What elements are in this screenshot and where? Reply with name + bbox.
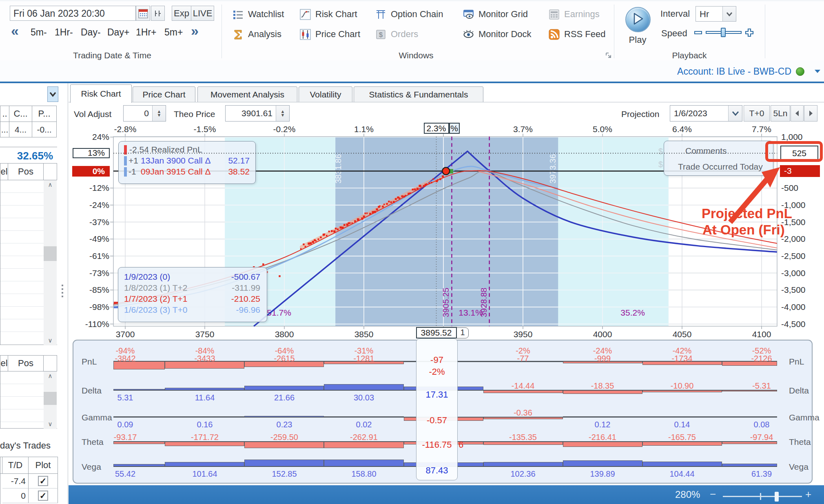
windows-item-earnings: Earnings: [549, 8, 600, 20]
table-row: [0, 281, 44, 281]
tooltip-row: 1/8/2023 (1) T+2-311.99: [124, 283, 261, 294]
tab-risk-chart[interactable]: Risk Chart: [70, 84, 132, 103]
trades-plot-cell: ✓: [29, 489, 58, 503]
quote-col-header: C...: [9, 106, 32, 122]
comments-box: $$CommentsTrade Occurred Today: [664, 141, 773, 176]
nav-5m-plus[interactable]: 5m+: [164, 26, 183, 38]
tooltip-value: -210.25: [231, 294, 260, 304]
account-label[interactable]: Account: IB Live - BWB-CD: [677, 66, 791, 77]
splitter-grip-icon[interactable]: [61, 285, 64, 298]
legend-chip: [124, 156, 127, 166]
table-row: [0, 332, 44, 332]
svg-text:$: $: [379, 31, 383, 39]
monitor-grid-icon: [463, 9, 474, 20]
todays-trades-table: T/DPlot-7.4✓0✓: [0, 457, 58, 504]
trades-td-value: -7.4: [2, 474, 29, 489]
account-dropdown-icon[interactable]: [814, 69, 821, 73]
chevron-down-icon: [723, 7, 736, 21]
windows-item-monitor-grid[interactable]: Monitor Grid: [463, 8, 528, 20]
pos-col-header: el: [0, 164, 8, 180]
interval-select[interactable]: Hr: [696, 6, 736, 22]
legend-row: -2.54 Realized PnL: [123, 145, 252, 155]
windows-item-price-chart[interactable]: Price Chart: [300, 28, 360, 40]
watchlist-icon: [233, 9, 244, 20]
legend-name: 13Jan 3900 Call Δ: [141, 156, 211, 166]
plot-checkbox[interactable]: ✓: [38, 476, 48, 486]
dialog-launcher-icon[interactable]: [605, 51, 612, 58]
nav-1hr-plus[interactable]: 1Hr+: [136, 26, 157, 38]
account-bar: Account: IB Live - BWB-CD: [0, 60, 824, 80]
comments-title: Comments: [685, 146, 727, 156]
scrollbar-thumb[interactable]: [44, 246, 57, 261]
table-row: [0, 409, 44, 409]
windows-item-analysis[interactable]: Analysis: [233, 28, 281, 40]
legend-name: 09Jan 3915 Call Δ: [141, 167, 211, 177]
nav-day-plus[interactable]: Day+: [107, 26, 129, 38]
quote-cell: 4...: [9, 122, 32, 137]
dollar-icon: $: [658, 147, 663, 156]
grip-dot: [62, 285, 63, 286]
interval-dropdown-button[interactable]: [722, 7, 736, 21]
table-row: [0, 218, 44, 218]
group-separator: [614, 4, 614, 58]
time-step-button[interactable]: [151, 6, 165, 21]
table-row: [0, 192, 44, 193]
live-button-label: LIVE: [193, 8, 213, 19]
scroll-up-icon[interactable]: ∧: [44, 181, 57, 188]
scroll-up-icon[interactable]: ∧: [44, 373, 57, 379]
rss-icon: [549, 29, 560, 40]
rewind-icon[interactable]: «: [11, 24, 19, 37]
plot-checkbox[interactable]: ✓: [38, 491, 48, 501]
windows-item-label: RSS Feed: [564, 29, 606, 40]
trades-col-header-td: T/D: [2, 457, 29, 474]
nav-day-minus[interactable]: Day-: [81, 26, 101, 38]
windows-item-monitor-dock[interactable]: Monitor Dock: [463, 28, 532, 40]
windows-item-watchlist[interactable]: Watchlist: [233, 8, 284, 20]
speed-decrease-icon[interactable]: [694, 31, 702, 34]
trading-datetime-field[interactable]: Fri 06 Jan 2023 20:30: [10, 6, 136, 21]
windows-item-label: Earnings: [564, 9, 600, 20]
speed-slider-handle[interactable]: [721, 28, 726, 37]
grip-dot: [62, 296, 63, 297]
windows-item-label: Analysis: [248, 29, 281, 40]
scrollbar-thumb[interactable]: [44, 392, 57, 405]
windows-item-option-chain[interactable]: Option Chain: [375, 8, 443, 20]
nav-1hr-minus[interactable]: 1Hr-: [55, 26, 73, 38]
scroll-down-icon[interactable]: ∨: [44, 337, 57, 343]
windows-item-label: Orders: [391, 29, 418, 40]
scrollbar-track[interactable]: ∧∨: [44, 180, 57, 345]
tooltip-value: -311.99: [232, 283, 260, 293]
windows-item-label: Monitor Grid: [478, 9, 528, 20]
legend-row: +113Jan 3900 Call Δ52.17: [123, 156, 252, 166]
current-price-dot: [442, 168, 450, 175]
table-row: [0, 384, 44, 384]
grip-dot: [62, 292, 63, 294]
scrollbar-track[interactable]: ∧∨: [44, 371, 57, 429]
position-legend: -2.54 Realized PnL+113Jan 3900 Call Δ52.…: [118, 141, 256, 184]
pos-col-header: el: [0, 356, 8, 371]
tooltip-value: -96.96: [236, 305, 260, 315]
option-chain-icon: [375, 9, 386, 20]
sidebar-splitter[interactable]: [68, 83, 68, 504]
speed-increase-icon[interactable]: [745, 28, 754, 37]
live-button[interactable]: LIVE: [191, 6, 214, 21]
nav-5m-minus[interactable]: 5m-: [31, 26, 47, 38]
play-button[interactable]: [625, 7, 651, 32]
legend-row: -109Jan 3915 Call Δ38.52: [123, 167, 252, 177]
calendar-button[interactable]: [136, 6, 150, 21]
probability-label: 35.2%: [620, 308, 645, 317]
projection-tooltip: 1/9/2023 (0)-500.671/8/2023 (1) T+2-311.…: [118, 267, 267, 322]
windows-item-rss-feed[interactable]: RSS Feed: [549, 28, 606, 40]
exp-button[interactable]: Exp: [172, 6, 191, 21]
earnings-icon: [549, 9, 560, 20]
legend-delta-value: 38.52: [228, 167, 250, 177]
table-row: [0, 243, 44, 243]
scroll-down-icon[interactable]: ∨: [44, 421, 57, 427]
main-panel: Risk ChartPrice ChartMovement AnalysisVo…: [69, 83, 824, 504]
fast-forward-icon[interactable]: »: [191, 24, 199, 37]
sidebar-collapse-button[interactable]: [47, 86, 58, 102]
windows-item-risk-chart[interactable]: Risk Chart: [300, 8, 357, 20]
comments-row: Trade Occurred Today: [678, 162, 763, 172]
windows-item-label: Watchlist: [248, 9, 284, 20]
monitor-dock-icon: [463, 29, 474, 40]
